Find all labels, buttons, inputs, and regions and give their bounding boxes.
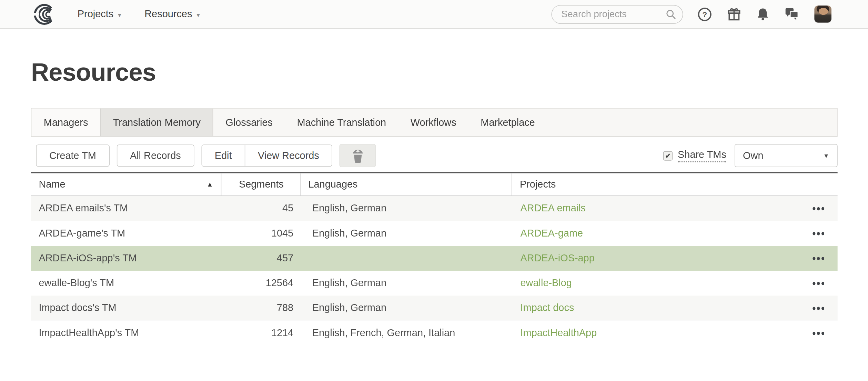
table-body: ARDEA emails's TM 45 English, German ARD…	[31, 196, 838, 346]
project-link[interactable]: ARDEA-game	[521, 228, 583, 239]
tm-name: ImpactHealthApp's TM	[31, 321, 221, 345]
tab-marketplace[interactable]: Marketplace	[468, 109, 547, 136]
user-avatar[interactable]	[814, 6, 831, 23]
select-arrow-icon: ▼	[823, 152, 829, 159]
row-actions-button[interactable]	[813, 278, 824, 288]
share-tms-label[interactable]: Share TMs	[678, 149, 726, 162]
tm-segments: 45	[221, 196, 300, 221]
row-actions-button[interactable]	[813, 229, 824, 239]
tm-name: ARDEA-game's TM	[31, 221, 221, 246]
tm-languages	[300, 246, 511, 271]
tm-name: ARDEA-iOS-app's TM	[31, 246, 221, 271]
tm-scope-value: Own	[743, 150, 763, 162]
table-row[interactable]: Impact docs's TM 788 English, German Imp…	[31, 296, 838, 321]
gift-icon[interactable]	[727, 7, 741, 21]
svg-text:?: ?	[702, 10, 707, 19]
table-row[interactable]: ARDEA emails's TM 45 English, German ARD…	[31, 196, 838, 221]
column-header-name[interactable]: Name ▲	[31, 173, 221, 195]
search-icon	[665, 9, 676, 20]
tm-languages: English, German	[300, 296, 511, 321]
table-header: Name ▲ Segments Languages Projects	[31, 173, 838, 196]
tm-toolbar: Create TM All Records Edit View Records …	[31, 144, 838, 167]
search-box	[551, 5, 683, 24]
nav-menu-projects-label: Projects	[78, 8, 113, 20]
page-title: Resources	[31, 58, 838, 87]
table-row[interactable]: ARDEA-game's TM 1045 English, German ARD…	[31, 221, 838, 246]
tm-segments: 788	[221, 296, 300, 321]
column-header-projects[interactable]: Projects	[512, 173, 838, 195]
create-tm-button[interactable]: Create TM	[36, 144, 109, 167]
notifications-bell-icon[interactable]	[756, 7, 770, 21]
tab-workflows[interactable]: Workflows	[398, 109, 468, 136]
top-nav: Projects ▾ Resources ▾ ?	[0, 0, 868, 29]
tm-segments: 1214	[221, 321, 300, 345]
table-row[interactable]: ewalle-Blog's TM 12564 English, German e…	[31, 271, 838, 295]
row-actions-button[interactable]	[813, 253, 824, 263]
tm-languages: English, German	[300, 271, 511, 295]
all-records-button[interactable]: All Records	[117, 144, 194, 167]
delete-tm-button[interactable]	[340, 144, 376, 167]
row-actions-button[interactable]	[813, 203, 824, 213]
resource-tabs: Managers Translation Memory Glossaries M…	[31, 108, 838, 137]
column-header-segments[interactable]: Segments	[221, 173, 300, 195]
chevron-down-icon: ▾	[118, 10, 121, 18]
tm-languages: English, German	[300, 221, 511, 246]
tm-table: Name ▲ Segments Languages Projects ARDEA…	[31, 172, 838, 346]
main-content: Resources Managers Translation Memory Gl…	[0, 58, 868, 345]
nav-menu-projects[interactable]: Projects ▾	[78, 8, 121, 20]
table-row[interactable]: ImpactHealthApp's TM 1214 English, Frenc…	[31, 321, 838, 345]
row-actions-button[interactable]	[813, 303, 824, 313]
project-link[interactable]: ARDEA emails	[521, 203, 586, 214]
tm-languages: English, German	[300, 196, 511, 221]
table-row-selected[interactable]: ARDEA-iOS-app's TM 457 ARDEA-iOS-app	[31, 246, 838, 271]
view-records-button[interactable]: View Records	[244, 145, 332, 166]
chevron-down-icon: ▾	[196, 10, 200, 18]
tm-segments: 12564	[221, 271, 300, 295]
project-link[interactable]: ewalle-Blog	[521, 278, 572, 289]
sort-ascending-icon: ▲	[206, 181, 214, 188]
tab-glossaries[interactable]: Glossaries	[213, 109, 285, 136]
project-link[interactable]: ARDEA-iOS-app	[521, 252, 595, 264]
nav-menu-resources-label: Resources	[144, 8, 192, 20]
tab-managers[interactable]: Managers	[32, 109, 100, 136]
app-logo-icon[interactable]	[32, 2, 58, 26]
tm-segments: 1045	[221, 221, 300, 246]
tm-segments: 457	[221, 246, 300, 271]
column-header-languages[interactable]: Languages	[300, 173, 511, 195]
help-icon[interactable]: ?	[697, 7, 712, 21]
nav-icon-cluster: ?	[697, 6, 831, 23]
nav-menu-resources[interactable]: Resources ▾	[144, 8, 200, 20]
tab-machine-translation[interactable]: Machine Translation	[285, 109, 398, 136]
tm-languages: English, French, German, Italian	[300, 321, 511, 345]
tm-name: ewalle-Blog's TM	[31, 271, 221, 295]
edit-button[interactable]: Edit	[202, 145, 245, 166]
share-tms-checkbox[interactable]	[663, 151, 673, 160]
tm-name: Impact docs's TM	[31, 296, 221, 321]
project-link[interactable]: ImpactHealthApp	[521, 327, 597, 339]
edit-view-button-group: Edit View Records	[201, 144, 332, 167]
trash-icon	[352, 148, 364, 163]
tm-name: ARDEA emails's TM	[31, 196, 221, 221]
row-actions-button[interactable]	[813, 328, 824, 338]
tm-scope-select[interactable]: Own ▼	[735, 144, 838, 167]
project-link[interactable]: Impact docs	[521, 302, 574, 314]
messages-icon[interactable]	[785, 7, 799, 21]
search-input[interactable]	[551, 5, 683, 24]
tab-translation-memory[interactable]: Translation Memory	[100, 109, 213, 136]
toolbar-right: Share TMs Own ▼	[663, 144, 837, 167]
page: Projects ▾ Resources ▾ ?	[0, 0, 868, 381]
